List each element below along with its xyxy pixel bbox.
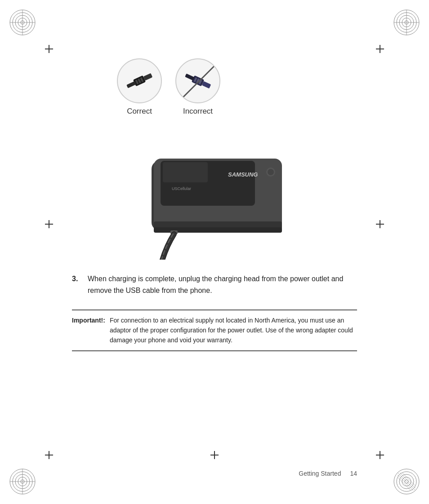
crosshair-bc: [210, 451, 219, 459]
svg-rect-38: [202, 81, 211, 89]
phone-illustration: SAMSUNG USCellular: [120, 125, 309, 260]
crosshair-tr: [376, 45, 384, 53]
important-body: For connection to an electrical supply n…: [110, 316, 357, 345]
phone-container: SAMSUNG USCellular: [72, 125, 357, 260]
step-number: 3.: [72, 273, 81, 296]
crosshair-mr: [376, 220, 384, 228]
incorrect-connector: Incorrect: [175, 58, 220, 116]
step-body: When charging is complete, unplug the ch…: [88, 273, 357, 296]
footer: Getting Started 14: [299, 470, 357, 477]
incorrect-label: Incorrect: [183, 107, 213, 116]
svg-rect-32: [143, 73, 153, 81]
crosshair-ml: [45, 220, 53, 228]
crosshair-bl: [45, 451, 53, 459]
correct-connector: Correct: [117, 58, 162, 116]
svg-rect-39: [185, 74, 195, 81]
incorrect-circle: [175, 58, 220, 103]
step-text: 3. When charging is complete, unplug the…: [72, 273, 357, 296]
svg-point-50: [268, 169, 274, 175]
crosshair-tl: [45, 45, 53, 53]
footer-section: Getting Started: [299, 470, 341, 477]
connector-section: Correct: [72, 58, 357, 116]
main-content: Correct: [72, 58, 357, 351]
svg-line-26: [398, 473, 416, 491]
correct-label: Correct: [127, 107, 152, 116]
corner-decoration-bl: [9, 468, 36, 495]
svg-rect-33: [126, 81, 136, 88]
svg-text:SAMSUNG: SAMSUNG: [228, 171, 258, 178]
footer-page: 14: [350, 470, 357, 477]
step-section: 3. When charging is complete, unplug the…: [72, 273, 357, 296]
important-label: Important!:: [72, 316, 105, 345]
corner-decoration-br: [393, 468, 420, 495]
corner-decoration-tr: [393, 9, 420, 36]
svg-rect-46: [163, 162, 208, 182]
important-section: Important!: For connection to an electri…: [72, 309, 357, 351]
crosshair-br: [376, 451, 384, 459]
correct-circle: [117, 58, 162, 103]
corner-decoration-tl: [9, 9, 36, 36]
svg-text:USCellular: USCellular: [172, 186, 191, 191]
